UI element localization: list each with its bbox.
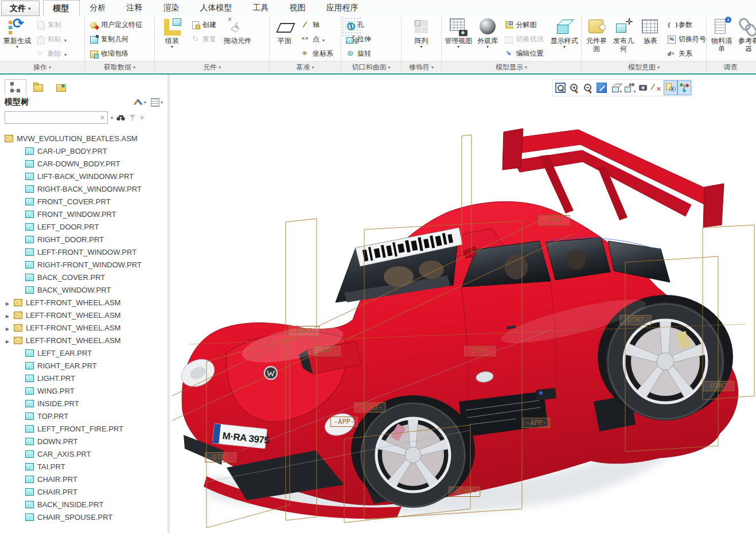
manage-views-button[interactable]: 管理视图 ▾ <box>443 17 474 59</box>
ribbon-button[interactable]: 删除 <box>33 46 69 61</box>
datum-display-button[interactable] <box>650 80 664 95</box>
group-label-investigate[interactable]: 调查 <box>707 61 756 73</box>
ribbon-button[interactable]: 关系 <box>664 46 711 61</box>
ribbon-button[interactable]: 重复 <box>188 32 221 46</box>
tree-item[interactable]: RIGHT_DOOR.PRT <box>0 233 167 246</box>
ribbon-button[interactable]: 拉伸 <box>343 32 376 46</box>
zoom-region-button[interactable] <box>554 80 567 95</box>
ribbon-button[interactable]: 切换状况 <box>501 32 548 46</box>
ribbon-button[interactable]: 旋转 <box>343 46 376 61</box>
reference-viewer-button[interactable]: 参考看器 <box>735 17 756 59</box>
tree-item[interactable]: TAI.PRT <box>0 460 167 473</box>
pattern-button[interactable]: 阵列 ▾ <box>406 17 437 59</box>
tab-favorites[interactable] <box>50 79 72 95</box>
tab-folder-browser[interactable] <box>28 79 49 95</box>
datum-plane-tag[interactable]: -DTM7- <box>288 326 319 336</box>
tree-item[interactable]: CHAIR_SPOUSE.PRT <box>0 511 167 523</box>
datum-plane-tag[interactable]: -DTM7- <box>538 215 570 225</box>
regenerate-button[interactable]: 重新生成 ▾ <box>2 17 33 59</box>
ribbon-tab[interactable]: 应用程序 <box>316 0 369 16</box>
zoom-in-button[interactable] <box>567 80 581 95</box>
tree-item[interactable]: LIFT-BACK_WINDONW.PRT <box>0 170 167 182</box>
saved-views-button[interactable] <box>622 80 636 95</box>
tree-item[interactable]: CAR_AXIS.PRT <box>0 448 167 460</box>
tree-item[interactable]: LEFT_EAR.PRT <box>0 347 167 359</box>
zoom-out-button[interactable] <box>581 80 595 95</box>
ribbon-tab[interactable]: 渲染 <box>153 0 190 16</box>
tree-item[interactable]: RIGHT_EAR.PRT <box>0 359 167 372</box>
datum-plane-tag[interactable]: -APP- <box>330 417 358 427</box>
datum-plane-tag[interactable]: -DTM7- <box>619 315 651 325</box>
tree-item[interactable]: LEFT-FRONT_WINDOW.PRT <box>0 246 167 258</box>
datum-plane-tag[interactable]: -DTM7- <box>449 487 480 497</box>
group-label-datum[interactable]: 基准 <box>270 61 341 73</box>
group-label-operations[interactable]: 操作 <box>0 61 84 73</box>
tree-search-input[interactable] <box>7 112 95 123</box>
tree-item[interactable]: LEFT_FRONT_FIRE.PRT <box>0 422 167 435</box>
ribbon-tab[interactable]: 人体模型 <box>190 0 243 16</box>
ribbon-tab[interactable]: 工具 <box>243 0 279 16</box>
ribbon-button[interactable]: 参数 <box>664 18 711 32</box>
group-label-component[interactable]: 元件 <box>155 61 269 73</box>
family-table-button[interactable]: 族表 <box>637 17 664 59</box>
expand-arrow-icon[interactable] <box>6 335 14 345</box>
tree-item[interactable]: FRONT_WINDOW.PRT <box>0 208 167 220</box>
tree-item[interactable]: INSIDE.PRT <box>0 397 167 410</box>
bom-button[interactable]: 物料清单 <box>708 17 735 59</box>
ribbon-button[interactable]: 轴 <box>298 18 338 32</box>
tree-item[interactable]: LEFT-FRONT_WHEEL.ASM <box>0 309 167 321</box>
search-options-dropdown[interactable]: ▾ <box>111 115 113 120</box>
datum-plane-tag[interactable]: -DTM7- <box>205 452 236 462</box>
group-label-modifiers[interactable]: 修饰符 <box>402 61 441 73</box>
ribbon-button[interactable]: 复制 <box>33 18 69 32</box>
ribbon-button[interactable]: 复制几何 <box>87 32 147 46</box>
graphics-area[interactable]: M·RA 3975 <box>172 75 756 533</box>
add-filter-icon[interactable]: + <box>139 114 145 122</box>
ribbon-tab[interactable]: 注释 <box>116 0 153 16</box>
ribbon-button[interactable]: 收缩包络 <box>87 46 147 61</box>
ribbon-button[interactable]: 分解图 <box>501 18 548 32</box>
tree-item[interactable]: CAR-DOWN_BODY.PRT <box>0 157 167 170</box>
datum-plane-tag[interactable]: -DTM7- <box>703 381 734 391</box>
expand-arrow-icon[interactable] <box>6 322 14 333</box>
clear-search-icon[interactable]: ✕ <box>100 114 105 122</box>
ribbon-button[interactable]: 点 <box>298 32 338 46</box>
group-label-model-intent[interactable]: 模型意图 <box>582 61 706 73</box>
tree-tools-button[interactable]: ▾ <box>134 98 146 107</box>
file-menu-button[interactable]: 文件 ▾ <box>1 1 40 16</box>
tree-item[interactable]: LEFT-FRONT_WHEEL.ASM <box>0 334 167 347</box>
ribbon-button[interactable]: 创建 <box>188 18 221 32</box>
tree-settings-button[interactable]: ▾ <box>151 98 163 107</box>
tree-item[interactable]: WING.PRT <box>0 384 167 397</box>
tree-item[interactable]: LEFT-FRONT_WHEEL.ASM <box>0 296 167 309</box>
tree-item[interactable]: CAR-UP_BODY.PRT <box>0 145 167 157</box>
datum-plane-button[interactable]: 平面 <box>271 17 298 59</box>
ribbon-button[interactable]: 粘贴 <box>33 32 69 46</box>
datum-plane-tag[interactable]: -DTM7- <box>354 402 385 413</box>
tree-item[interactable]: BACK_WINDOW.PRT <box>0 283 167 296</box>
view-manager-button[interactable] <box>636 80 650 95</box>
tree-item[interactable]: BACK_INSIDE.PRT <box>0 498 167 511</box>
ribbon-button[interactable]: 孔 <box>343 18 376 32</box>
datum-plane-tag[interactable]: -DTM7- <box>464 346 496 356</box>
tree-item[interactable]: DOWN.PRT <box>0 435 167 448</box>
spin-center-button[interactable] <box>677 80 691 95</box>
appearance-gallery-button[interactable]: 外观库 ▾ <box>474 17 501 59</box>
group-label-get-data[interactable]: 获取数据 <box>85 61 154 73</box>
tree-item[interactable]: RIGHT-BACK_WINDONW.PRT <box>0 182 167 195</box>
component-interface-button[interactable]: 元件界面 <box>583 17 610 59</box>
tree-item[interactable]: TOP.PRT <box>0 410 167 422</box>
tree-item[interactable]: LEFT-FRONT_WHEEL.ASM <box>0 321 167 334</box>
group-label-model-display[interactable]: 模型显示 <box>442 61 581 73</box>
tree-item[interactable]: LIGHT.PRT <box>0 372 167 384</box>
tab-model-tree[interactable] <box>5 79 26 95</box>
group-label-cuts-surfaces[interactable]: 切口和曲面 <box>341 61 401 73</box>
expand-arrow-icon[interactable] <box>6 310 14 320</box>
assemble-button[interactable]: 组装 ▾ <box>157 17 188 59</box>
expand-arrow-icon[interactable] <box>6 297 14 308</box>
display-style-button[interactable] <box>609 80 622 95</box>
display-style-button[interactable]: 显示样式 ▾ <box>549 17 579 59</box>
tree-item[interactable]: MVW_EVOLUTION_BEATLES.ASM <box>0 132 167 145</box>
drag-component-button[interactable]: 拖动元件 <box>222 17 253 59</box>
tree-item[interactable]: FRONT_COVER.PRT <box>0 195 167 208</box>
